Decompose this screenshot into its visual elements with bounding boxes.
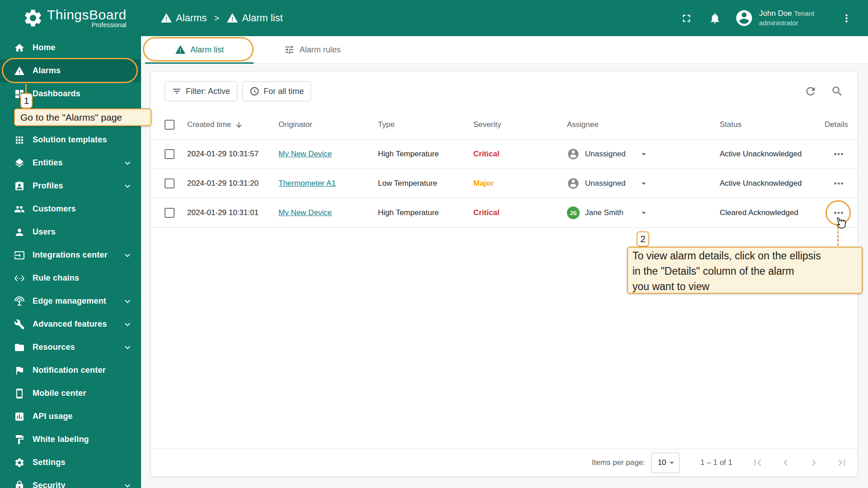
tutorial-step-1-badge: 1 (20, 93, 33, 108)
sidebar-item-mobile-center[interactable]: Mobile center (0, 382, 141, 405)
column-created-time[interactable]: Created time (187, 120, 278, 129)
resources-icon (14, 342, 25, 353)
table-toolbar: Filter: Active For all time (165, 81, 844, 101)
row-checkbox[interactable] (165, 149, 175, 159)
row-details-button[interactable] (832, 206, 845, 220)
thingsboard-app: ThingsBoard Professional Alarms > Alarm … (0, 0, 868, 488)
sidebar-item-notification-center[interactable]: Notification center (0, 359, 141, 382)
filter-icon (172, 86, 182, 96)
more-menu-button[interactable] (840, 12, 853, 24)
sidebar-item-edge-management[interactable]: Edge management (0, 290, 141, 313)
tutorial-step-2-badge: 2 (637, 231, 649, 247)
fullscreen-button[interactable] (680, 12, 693, 24)
sidebar-item-settings[interactable]: Settings (0, 451, 141, 474)
search-button[interactable] (831, 85, 844, 98)
column-assignee[interactable]: Assignee (567, 120, 720, 129)
chevron-down-icon (122, 250, 133, 261)
ellipsis-icon (832, 206, 845, 220)
sidebar-item-integrations-center[interactable]: Integrations center (0, 244, 141, 267)
severity-label: Critical (473, 208, 567, 217)
notification-center-icon (14, 365, 25, 376)
column-type[interactable]: Type (378, 120, 473, 129)
sidebar-item-users[interactable]: Users (0, 221, 141, 244)
active-tab-underline (145, 62, 254, 64)
originator-link[interactable]: My New Device (278, 150, 332, 159)
logo-subtitle: Professional (47, 21, 127, 28)
sidebar-item-advanced-features[interactable]: Advanced features (0, 313, 141, 336)
account-circle-icon (735, 9, 754, 28)
assignee-cell[interactable]: Unassigned (567, 148, 720, 160)
row-checkbox[interactable] (165, 178, 175, 188)
sidebar-item-alarms[interactable]: Alarms (0, 59, 141, 82)
user-info: John Doe Tenant administrator (759, 9, 830, 27)
chevron-down-icon[interactable] (638, 207, 649, 218)
sidebar-item-entities[interactable]: Entities (0, 151, 141, 174)
sidebar-item-api-usage[interactable]: API usage (0, 405, 141, 428)
breadcrumb-alarms[interactable]: Alarms (160, 12, 207, 24)
assignee-cell[interactable]: Unassigned (567, 177, 720, 190)
column-severity[interactable]: Severity (473, 120, 567, 129)
filter-button[interactable]: Filter: Active (165, 81, 237, 101)
chevron-down-icon (122, 296, 133, 307)
header-actions: John Doe Tenant administrator (680, 9, 868, 28)
sort-descending-icon (235, 121, 243, 129)
sidebar-item-white-labeling[interactable]: White labeling (0, 428, 141, 451)
time-filter-button[interactable]: For all time (242, 81, 311, 101)
refresh-button[interactable] (804, 85, 817, 98)
sidebar-item-profiles[interactable]: Profiles (0, 174, 141, 197)
table-row[interactable]: 2024-01-29 10:31:01 My New Device High T… (151, 198, 857, 228)
table-row[interactable]: 2024-01-29 10:31:57 My New Device High T… (151, 140, 857, 169)
tab-alarm-list[interactable]: Alarm list (145, 36, 254, 63)
assignee-avatar: JS (567, 206, 580, 219)
severity-label: Major (473, 179, 567, 188)
row-details-button[interactable] (832, 177, 845, 190)
last-page-button[interactable] (835, 456, 848, 469)
mobile-center-icon (14, 388, 25, 399)
next-page-button[interactable] (807, 456, 820, 469)
bell-icon (709, 12, 721, 24)
api-usage-icon (14, 411, 25, 422)
white-labeling-icon (14, 434, 25, 445)
originator-link[interactable]: My New Device (278, 208, 332, 217)
table-row[interactable]: 2024-01-29 10:31:20 Thermometer A1 Low T… (151, 169, 857, 198)
users-icon (14, 227, 25, 238)
sidebar-item-rule-chains[interactable]: Rule chains (0, 267, 141, 290)
breadcrumb-alarm-list[interactable]: Alarm list (226, 12, 283, 24)
chevron-down-icon[interactable] (638, 149, 649, 160)
items-per-page-select[interactable]: 10 (651, 453, 679, 473)
notifications-button[interactable] (709, 12, 721, 24)
tab-bar: Alarm list Alarm rules (141, 36, 868, 64)
row-checkbox[interactable] (165, 208, 175, 218)
user-avatar[interactable] (735, 9, 754, 28)
tab-alarm-rules[interactable]: Alarm rules (267, 36, 358, 63)
logo-title: ThingsBoard (47, 8, 127, 22)
tune-icon (284, 44, 295, 55)
customers-icon (14, 204, 25, 215)
unassigned-avatar-icon (567, 148, 580, 160)
severity-label: Critical (473, 150, 567, 159)
thingsboard-logo[interactable]: ThingsBoard Professional (0, 8, 141, 28)
table-header-row: Created time Originator Type Severity As… (151, 110, 857, 140)
warning-icon (226, 12, 238, 24)
home-icon (14, 42, 25, 53)
previous-page-button[interactable] (779, 456, 792, 469)
sidebar-item-resources[interactable]: Resources (0, 336, 141, 359)
refresh-icon (804, 85, 817, 98)
sidebar-item-customers[interactable]: Customers (0, 197, 141, 221)
column-status[interactable]: Status (720, 120, 825, 129)
chevron-down-icon (122, 181, 133, 192)
assignee-cell[interactable]: JS Jane Smith (567, 206, 720, 219)
row-details-button[interactable] (832, 147, 845, 161)
chevron-down-icon (122, 319, 133, 330)
chevron-down-icon[interactable] (638, 178, 649, 189)
sidebar-item-solution-templates[interactable]: Solution templates (0, 128, 141, 151)
first-page-button[interactable] (751, 456, 764, 469)
tutorial-step-1-tooltip: Go to the "Alarms" page (14, 108, 151, 126)
originator-link[interactable]: Thermometer A1 (278, 179, 336, 188)
breadcrumb: Alarms > Alarm list (160, 12, 283, 24)
sidebar-item-security[interactable]: Security (0, 474, 141, 488)
sidebar-item-home[interactable]: Home (0, 36, 141, 59)
column-originator[interactable]: Originator (278, 120, 378, 129)
settings-gear-icon (14, 457, 25, 468)
select-all-checkbox[interactable] (165, 120, 175, 130)
